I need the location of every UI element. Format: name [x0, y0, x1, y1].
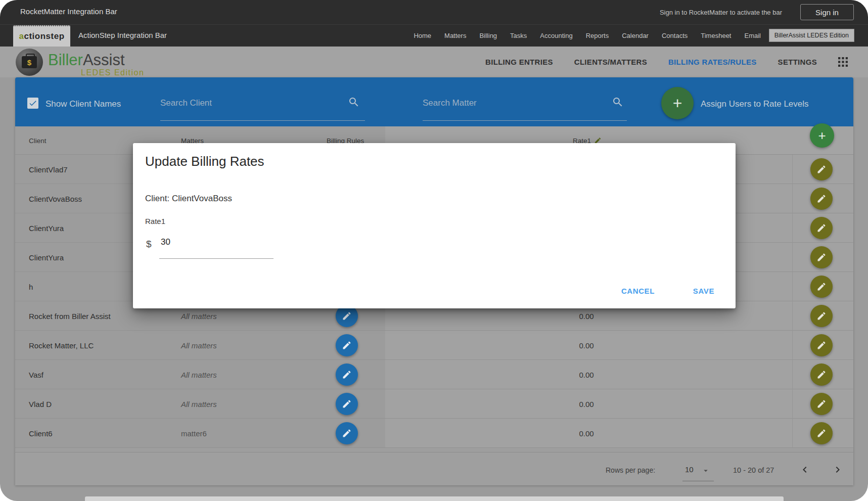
- client-cell: Rocket Matter, LLC: [29, 341, 94, 349]
- actionstep-nav: Home Matters Billing Tasks Accounting Re…: [414, 25, 761, 47]
- brand-subtitle: LEDES Edition: [81, 68, 144, 77]
- currency-symbol: $: [146, 239, 152, 250]
- edit-rate-button[interactable]: [810, 217, 833, 239]
- assign-users-button[interactable]: +: [661, 87, 694, 119]
- edit-billing-rules-button[interactable]: [336, 363, 358, 386]
- tab-clients-matters[interactable]: CLIENTS/MATTERS: [574, 58, 647, 66]
- edit-rate-button[interactable]: [810, 305, 833, 327]
- nav-tasks[interactable]: Tasks: [510, 32, 527, 39]
- nav-contacts[interactable]: Contacts: [662, 32, 688, 39]
- column-divider: [792, 155, 793, 448]
- client-cell: ClientYura: [29, 253, 64, 261]
- client-cell: ClientVovaBoss: [29, 194, 82, 203]
- update-billing-rates-dialog: Update Billing Rates Client: ClientVovaB…: [133, 143, 736, 308]
- pencil-icon: [342, 399, 352, 409]
- signin-hint: Sign in to RocketMatter to activate the …: [660, 9, 782, 16]
- rate-cell: 0.00: [541, 370, 632, 379]
- pencil-icon: [816, 194, 827, 204]
- edit-rate-button[interactable]: [810, 393, 833, 415]
- client-cell: Vasf: [29, 370, 43, 379]
- lower-card-edge: [85, 496, 784, 501]
- rates-toolbar: Show Client Names Search Client Search M…: [15, 77, 853, 126]
- pencil-icon: [816, 340, 827, 350]
- app-window: RocketMatter Integration Bar Sign in to …: [0, 0, 868, 501]
- nav-calendar[interactable]: Calendar: [622, 32, 649, 39]
- actionstep-bar: actionstep ActionStep Integration Bar Ho…: [0, 24, 868, 47]
- billerassist-ledes-button[interactable]: BillerAssist LEDES Edition: [769, 29, 854, 42]
- tab-settings[interactable]: SETTINGS: [778, 58, 817, 66]
- assign-users-label: Assign Users to Rate Levels: [701, 99, 809, 109]
- pencil-icon: [816, 370, 827, 380]
- app-nav: BILLING ENTRIES CLIENTS/MATTERS BILLING …: [485, 47, 848, 77]
- edit-rate-button[interactable]: [810, 158, 833, 180]
- pagination-bar: Rows per page: 10 10 - 20 of 27: [15, 452, 853, 485]
- sign-in-button[interactable]: Sign in: [800, 4, 854, 20]
- search-icon[interactable]: [348, 96, 360, 108]
- nav-reports[interactable]: Reports: [586, 32, 609, 39]
- plus-icon: +: [673, 95, 682, 111]
- search-client-input[interactable]: Search Client: [160, 98, 212, 108]
- brand-title: BillerAssist: [48, 51, 125, 69]
- table-row: Vlad D All matters 0.00: [15, 389, 853, 419]
- pencil-icon: [816, 223, 827, 233]
- edit-billing-rules-button[interactable]: [336, 334, 358, 356]
- add-rate-button[interactable]: +: [810, 123, 834, 148]
- nav-accounting[interactable]: Accounting: [540, 32, 572, 39]
- edit-rate-button[interactable]: [810, 246, 833, 268]
- pencil-icon: [816, 282, 827, 292]
- tab-billing-rates-rules[interactable]: BILLING RATES/RULES: [668, 58, 757, 66]
- nav-email[interactable]: Email: [744, 32, 761, 39]
- pencil-icon: [816, 252, 827, 262]
- show-client-names-label: Show Client Names: [45, 99, 121, 109]
- rows-per-page-label: Rows per page:: [606, 466, 655, 474]
- search-matter-underline: [423, 120, 627, 121]
- search-matter-input[interactable]: Search Matter: [423, 98, 477, 108]
- rows-per-page-underline: [682, 481, 714, 481]
- save-button[interactable]: SAVE: [693, 287, 714, 295]
- rows-per-page-select[interactable]: 10: [685, 465, 694, 474]
- rate-input[interactable]: [161, 237, 262, 247]
- nav-timesheet[interactable]: Timesheet: [701, 32, 731, 39]
- caret-down-icon[interactable]: [701, 466, 710, 475]
- rate-cell: 0.00: [541, 429, 632, 437]
- previous-page-button[interactable]: [799, 464, 811, 476]
- matters-cell: All matters: [181, 370, 217, 379]
- search-icon[interactable]: [612, 96, 624, 108]
- client-cell: Rocket from Biller Assist: [29, 311, 111, 320]
- edit-rate-button[interactable]: [810, 363, 833, 386]
- plus-icon: +: [818, 129, 826, 142]
- edit-billing-rules-button[interactable]: [336, 422, 358, 444]
- chevron-left-icon: [799, 464, 811, 476]
- rocketmatter-bar-title: RocketMatter Integration Bar: [20, 7, 117, 16]
- matters-cell: All matters: [181, 311, 217, 320]
- table-row: Client6 matter6 0.00: [15, 419, 853, 448]
- edit-billing-rules-button[interactable]: [336, 393, 358, 415]
- cancel-button[interactable]: CANCEL: [621, 287, 655, 295]
- pencil-icon: [816, 311, 827, 321]
- dialog-title: Update Billing Rates: [145, 154, 264, 169]
- search-client-underline: [160, 120, 365, 121]
- nav-home[interactable]: Home: [414, 32, 431, 39]
- pencil-icon: [342, 340, 352, 350]
- table-row: Rocket Matter, LLC All matters 0.00: [15, 331, 853, 360]
- table-row: Vasf All matters 0.00: [15, 360, 853, 389]
- rate-cell: 0.00: [541, 399, 632, 408]
- apps-grid-icon[interactable]: [838, 57, 848, 67]
- dialog-rate-label: Rate1: [145, 217, 165, 225]
- col-client: Client: [29, 136, 47, 144]
- nav-matters[interactable]: Matters: [444, 32, 466, 39]
- edit-rate-button[interactable]: [810, 276, 833, 298]
- billerassist-logo: $: [16, 49, 43, 76]
- next-page-button[interactable]: [832, 464, 844, 476]
- matters-cell: All matters: [181, 399, 217, 408]
- rocketmatter-bar: RocketMatter Integration Bar Sign in to …: [0, 0, 868, 24]
- pencil-icon: [816, 399, 827, 409]
- show-client-names-checkbox[interactable]: [27, 98, 38, 109]
- tab-billing-entries[interactable]: BILLING ENTRIES: [485, 58, 553, 66]
- nav-billing[interactable]: Billing: [479, 32, 497, 39]
- edit-rate-button[interactable]: [810, 334, 833, 356]
- edit-rate-button[interactable]: [810, 188, 833, 210]
- pencil-icon: [342, 370, 352, 380]
- edit-rate-button[interactable]: [810, 422, 833, 444]
- chevron-right-icon: [832, 464, 844, 476]
